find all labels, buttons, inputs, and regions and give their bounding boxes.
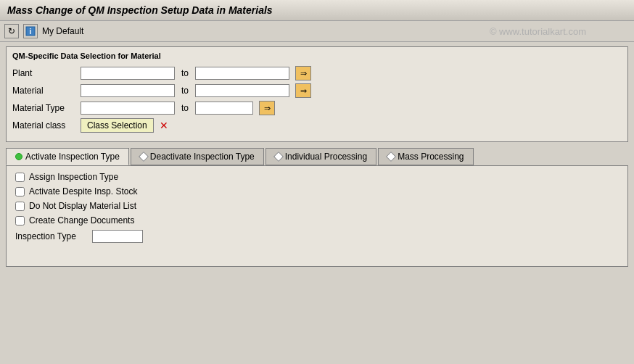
data-selection-group: QM-Specific Data Selection for Material … xyxy=(6,46,628,142)
info-icon[interactable]: i xyxy=(23,24,38,38)
material-type-to-text: to xyxy=(178,103,192,113)
tab-activate[interactable]: Activate Inspection Type xyxy=(6,148,129,165)
tab-individual-label: Individual Processing xyxy=(285,152,367,162)
class-delete-icon[interactable]: ✕ xyxy=(160,120,168,131)
page-title: Mass Change of QM Inspection Setup Data … xyxy=(7,4,273,16)
toolbar: ↻ i My Default © www.tutorialkart.com xyxy=(0,21,634,42)
tab-activate-label: Activate Inspection Type xyxy=(25,152,120,162)
material-select-btn[interactable]: ⇒ xyxy=(295,83,311,98)
plant-from-input[interactable] xyxy=(81,67,175,80)
tab-activate-icon xyxy=(15,153,22,160)
do-not-display-checkbox[interactable] xyxy=(15,202,25,211)
tabs-container: Activate Inspection Type Deactivate Insp… xyxy=(6,148,628,165)
tab-individual[interactable]: Individual Processing xyxy=(265,148,376,165)
tab-mass-icon xyxy=(386,152,396,162)
material-type-from-input[interactable] xyxy=(81,102,175,115)
main-content: QM-Specific Data Selection for Material … xyxy=(0,42,634,271)
create-change-label: Create Change Documents xyxy=(29,215,134,226)
material-type-select-btn[interactable]: ⇒ xyxy=(259,101,275,115)
plant-to-text: to xyxy=(178,68,192,78)
plant-to-input[interactable] xyxy=(195,67,289,80)
plant-label: Plant xyxy=(12,68,78,78)
inspection-type-row: Inspection Type xyxy=(15,230,619,243)
default-label: My Default xyxy=(42,26,83,36)
assign-inspection-checkbox[interactable] xyxy=(15,173,25,182)
material-to-input[interactable] xyxy=(195,84,289,97)
tab-deactivate-label: Deactivate Inspection Type xyxy=(150,152,255,162)
activate-despite-checkbox[interactable] xyxy=(15,187,25,197)
material-label: Material xyxy=(12,86,78,96)
material-type-to-input[interactable] xyxy=(195,102,253,115)
plant-select-btn[interactable]: ⇒ xyxy=(295,66,311,80)
tab-mass-label: Mass Processing xyxy=(398,152,464,162)
back-icon[interactable]: ↻ xyxy=(4,24,19,38)
inspection-type-label: Inspection Type xyxy=(15,231,88,241)
plant-row: Plant to ⇒ xyxy=(12,66,622,80)
material-to-text: to xyxy=(178,86,192,96)
class-selection-button[interactable]: Class Selection xyxy=(81,118,154,133)
create-change-row: Create Change Documents xyxy=(15,215,619,226)
material-class-row: Material class Class Selection ✕ xyxy=(12,118,622,133)
tab-deactivate[interactable]: Deactivate Inspection Type xyxy=(131,148,264,165)
tab-mass[interactable]: Mass Processing xyxy=(378,148,473,165)
group-title: QM-Specific Data Selection for Material xyxy=(12,50,622,62)
create-change-checkbox[interactable] xyxy=(15,216,25,226)
do-not-display-row: Do Not Display Material List xyxy=(15,201,619,211)
assign-inspection-label: Assign Inspection Type xyxy=(29,172,118,182)
material-type-label: Material Type xyxy=(12,103,78,113)
material-class-label: Material class xyxy=(12,120,78,131)
tab-deactivate-icon xyxy=(139,152,149,162)
activate-despite-row: Activate Despite Insp. Stock xyxy=(15,186,619,197)
assign-inspection-row: Assign Inspection Type xyxy=(15,172,619,182)
material-from-input[interactable] xyxy=(81,84,175,97)
material-row: Material to ⇒ xyxy=(12,83,622,98)
inspection-type-input[interactable] xyxy=(92,230,143,243)
svg-text:i: i xyxy=(30,28,32,36)
tab-content-activate: Assign Inspection Type Activate Despite … xyxy=(6,165,628,267)
material-type-row: Material Type to ⇒ xyxy=(12,101,622,115)
activate-despite-label: Activate Despite Insp. Stock xyxy=(29,186,137,197)
tab-individual-icon xyxy=(273,152,284,162)
title-bar: Mass Change of QM Inspection Setup Data … xyxy=(0,0,634,21)
do-not-display-label: Do Not Display Material List xyxy=(29,201,136,211)
watermark: © www.tutorialkart.com xyxy=(490,26,586,37)
